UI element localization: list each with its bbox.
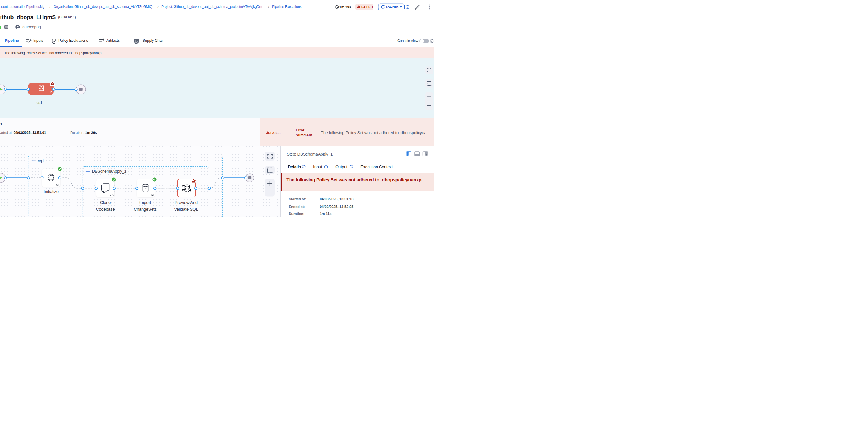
svg-text:1m 29s: 1m 29s — [339, 5, 351, 9]
svg-text:Re-run: Re-run — [386, 5, 399, 9]
svg-text:cg1: cg1 — [38, 159, 44, 163]
svg-text:DBSchemaApply_1: DBSchemaApply_1 — [92, 169, 127, 174]
svg-text:FAILED: FAILED — [361, 5, 373, 9]
